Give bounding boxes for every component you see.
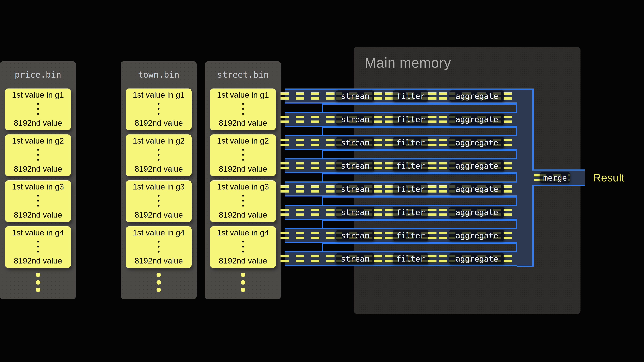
data-dash-icon [428, 92, 436, 100]
stream-operator-box: stream [336, 230, 374, 241]
main-memory-title: Main memory [364, 55, 451, 71]
data-dash-icon [374, 116, 382, 123]
card-last-value: 8192nd value [134, 164, 183, 174]
aggregate-operator-label: aggregate [456, 161, 498, 170]
card-last-value: 8192nd value [14, 118, 62, 128]
data-dash-icon [374, 255, 382, 262]
card-first-value: 1st value in g4 [133, 228, 184, 237]
card-last-value: 8192nd value [134, 256, 183, 266]
card-first-value: 1st value in g4 [12, 228, 64, 237]
data-dash-icon [296, 209, 304, 216]
stream-operator-label: stream [341, 161, 370, 170]
value-group-card: 1st value in g4 8192nd value [126, 226, 192, 268]
aggregate-operator-box: aggregate [449, 160, 504, 171]
data-dash-icon [439, 185, 447, 193]
pipeline-merge-bus [517, 88, 534, 267]
aggregate-operator-box: aggregate [449, 137, 504, 148]
data-dash-icon [428, 255, 436, 262]
data-dash-icon [326, 232, 334, 239]
aggregate-operator-box: aggregate [449, 230, 504, 241]
aggregate-operator-box: aggregate [449, 253, 504, 264]
bus-right-edge [532, 88, 534, 169]
stream-operator-box: stream [336, 183, 374, 195]
filter-operator-box: filter [393, 207, 428, 218]
data-dash-icon [428, 209, 436, 216]
filter-operator-box: filter [393, 114, 428, 125]
data-dash-icon [384, 255, 393, 262]
data-dash-icon [428, 139, 436, 146]
data-dash-icon [280, 139, 289, 146]
pipeline-lane: stream filter aggregate [285, 158, 517, 173]
card-first-value: 1st value in g3 [133, 182, 184, 191]
data-dash-icon [311, 139, 319, 146]
value-group-card: 1st value in g3 8192nd value [210, 180, 276, 222]
data-dash-icon [280, 232, 289, 239]
data-dash-icon [326, 255, 334, 262]
data-dash-icon [280, 255, 289, 262]
vertical-ellipsis-icon [242, 195, 244, 207]
data-dash-icon [326, 116, 334, 123]
data-dash-icon [428, 116, 436, 123]
stream-operator-label: stream [341, 138, 370, 147]
filter-operator-label: filter [396, 138, 425, 147]
value-group-card: 1st value in g3 8192nd value [5, 180, 71, 222]
data-dash-icon [326, 139, 334, 146]
data-dash-icon [428, 185, 436, 193]
filter-operator-box: filter [393, 183, 428, 195]
filter-operator-box: filter [393, 90, 428, 101]
merge-operator-box: merge [540, 172, 570, 183]
data-dash-icon [439, 116, 447, 123]
more-groups-ellipsis-icon [0, 273, 76, 292]
data-dash-icon [504, 162, 512, 169]
value-group-card: 1st value in g2 8192nd value [210, 134, 276, 176]
data-dash-icon [296, 162, 304, 169]
data-dash-icon [384, 232, 393, 239]
vertical-ellipsis-icon [242, 103, 244, 115]
data-dash-icon [296, 139, 304, 146]
value-group-card: 1st value in g2 8192nd value [5, 134, 71, 176]
data-dash-icon [504, 185, 512, 193]
vertical-ellipsis-icon [37, 195, 39, 207]
stream-operator-label: stream [341, 208, 370, 217]
pipeline-lane: stream filter aggregate [285, 88, 517, 103]
value-group-card: 1st value in g3 8192nd value [126, 180, 192, 222]
filter-operator-box: filter [393, 230, 428, 241]
card-first-value: 1st value in g3 [217, 182, 269, 191]
card-first-value: 1st value in g1 [217, 90, 269, 100]
stream-operator-box: stream [336, 253, 374, 264]
card-last-value: 8192nd value [14, 164, 62, 174]
data-dash-icon [374, 162, 382, 169]
data-dash-icon [280, 209, 289, 216]
pipeline-lane: stream filter aggregate [285, 228, 517, 243]
data-dash-icon [326, 162, 334, 169]
vertical-ellipsis-icon [37, 149, 39, 161]
data-dash-icon [428, 162, 436, 169]
value-group-card: 1st value in g1 8192nd value [126, 88, 192, 130]
card-last-value: 8192nd value [219, 256, 267, 266]
data-dash-icon [374, 209, 382, 216]
pipeline-lane: stream filter aggregate [285, 112, 517, 127]
data-dash-icon [326, 185, 334, 193]
data-dash-icon [296, 232, 304, 239]
card-first-value: 1st value in g3 [12, 182, 64, 191]
vertical-ellipsis-icon [158, 103, 160, 115]
filter-operator-label: filter [396, 91, 425, 101]
data-dash-icon [311, 116, 319, 123]
card-first-value: 1st value in g2 [133, 136, 184, 145]
data-dash-icon [311, 92, 319, 100]
aggregate-operator-label: aggregate [456, 115, 498, 124]
card-first-value: 1st value in g4 [217, 228, 269, 237]
card-last-value: 8192nd value [134, 118, 183, 128]
data-dash-icon [374, 139, 382, 146]
data-dash-icon [296, 185, 304, 193]
data-dash-icon [439, 139, 447, 146]
aggregate-operator-label: aggregate [456, 138, 498, 147]
data-dash-icon [280, 162, 289, 169]
diagram-canvas: Main memory town.bin 1st value in g1 819… [0, 0, 644, 362]
value-group-card: 1st value in g2 8192nd value [126, 134, 192, 176]
more-groups-ellipsis-icon [205, 273, 281, 292]
data-dash-icon [280, 185, 289, 193]
data-dash-icon [504, 92, 512, 100]
value-card-list: 1st value in g1 8192nd value 1st value i… [0, 61, 76, 299]
pipeline-lane: stream filter aggregate [285, 135, 517, 150]
